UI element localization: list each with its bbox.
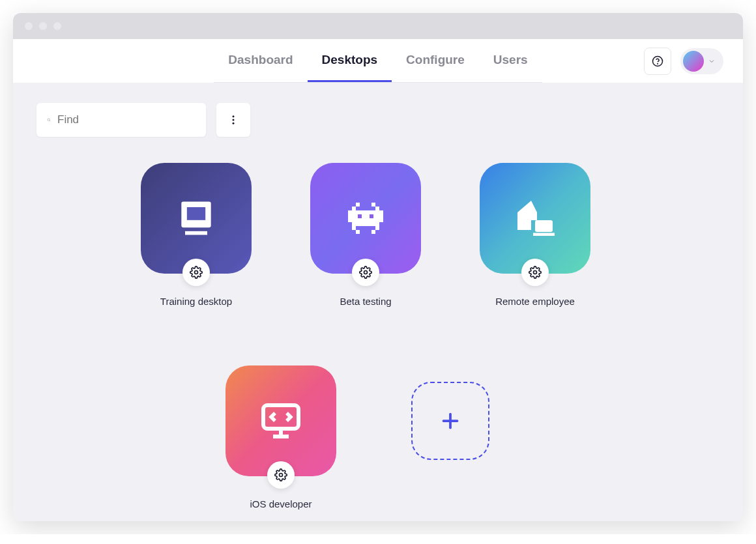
svg-point-6	[233, 122, 235, 124]
desktop-label: Beta testing	[340, 296, 391, 307]
svg-rect-13	[352, 207, 356, 210]
svg-rect-18	[358, 214, 362, 218]
help-button[interactable]	[644, 48, 671, 75]
svg-point-24	[364, 271, 368, 274]
svg-rect-17	[352, 210, 379, 226]
code-monitor-icon	[257, 397, 304, 444]
invader-icon	[342, 195, 389, 242]
gear-icon	[274, 468, 287, 481]
settings-badge[interactable]	[352, 259, 379, 286]
gear-icon	[359, 266, 372, 279]
tab-dashboard[interactable]: Dashboard	[214, 39, 307, 82]
settings-badge[interactable]	[267, 461, 295, 489]
main-content: Training desktop Beta testing	[13, 83, 743, 521]
gear-icon	[190, 266, 203, 279]
tab-configure[interactable]: Configure	[392, 39, 479, 82]
svg-point-5	[233, 119, 235, 121]
settings-badge[interactable]	[182, 259, 210, 286]
nav-tabs: Dashboard Desktops Configure Users	[214, 39, 542, 83]
svg-rect-22	[356, 230, 360, 234]
home-laptop-icon	[512, 195, 559, 242]
settings-badge[interactable]	[521, 259, 549, 286]
search-box[interactable]	[36, 103, 206, 137]
svg-rect-19	[370, 214, 373, 218]
gear-icon	[529, 266, 542, 279]
desktop-label: Training desktop	[160, 296, 232, 307]
svg-rect-28	[263, 405, 298, 429]
svg-rect-25	[535, 220, 553, 232]
add-desktop-button[interactable]	[411, 382, 489, 460]
svg-rect-20	[352, 226, 356, 230]
help-icon	[652, 55, 663, 67]
traffic-light-minimize[interactable]	[39, 22, 47, 30]
header-actions	[644, 48, 723, 75]
search-icon	[47, 113, 51, 126]
traffic-light-maximize[interactable]	[53, 22, 61, 30]
svg-point-1	[658, 63, 658, 64]
svg-point-2	[48, 119, 50, 121]
traffic-light-close[interactable]	[25, 22, 33, 30]
svg-rect-11	[348, 210, 352, 222]
desktop-label: iOS developer	[250, 498, 312, 509]
avatar	[683, 51, 704, 72]
svg-rect-15	[356, 203, 360, 207]
computer-icon	[174, 196, 218, 240]
svg-point-27	[534, 271, 537, 274]
tab-users[interactable]: Users	[479, 39, 542, 82]
svg-point-31	[280, 474, 283, 477]
desktop-tile[interactable]	[141, 163, 252, 274]
more-vertical-icon	[227, 114, 239, 126]
app-window: Dashboard Desktops Configure Users	[13, 13, 743, 521]
svg-rect-12	[379, 210, 383, 222]
desktop-card-remote: Remote employee	[480, 163, 590, 307]
svg-rect-8	[187, 207, 205, 220]
svg-rect-9	[185, 231, 207, 235]
top-nav: Dashboard Desktops Configure Users	[13, 39, 743, 83]
chevron-down-icon	[708, 57, 716, 65]
toolbar	[36, 103, 720, 137]
plus-icon	[439, 409, 462, 433]
desktop-label: Remote employee	[495, 296, 575, 307]
desktop-tile[interactable]	[225, 365, 336, 476]
svg-rect-21	[375, 226, 379, 230]
desktop-card-beta: Beta testing	[310, 163, 421, 307]
desktop-card-training: Training desktop	[141, 163, 252, 307]
desktop-card-ios: iOS developer	[225, 365, 336, 509]
add-desktop-card	[395, 365, 506, 509]
svg-rect-16	[371, 203, 375, 207]
search-input[interactable]	[57, 113, 196, 126]
svg-rect-23	[371, 230, 375, 234]
desktop-tile[interactable]	[480, 163, 590, 274]
svg-point-4	[233, 115, 235, 117]
more-button[interactable]	[216, 103, 250, 137]
svg-rect-26	[533, 233, 555, 236]
svg-line-3	[50, 121, 50, 121]
window-titlebar	[13, 13, 743, 39]
svg-point-10	[195, 271, 198, 274]
user-menu[interactable]	[680, 48, 723, 74]
svg-rect-14	[375, 207, 379, 210]
tab-desktops[interactable]: Desktops	[308, 39, 392, 82]
desktops-grid: Training desktop Beta testing	[36, 163, 720, 509]
desktop-tile[interactable]	[310, 163, 421, 274]
